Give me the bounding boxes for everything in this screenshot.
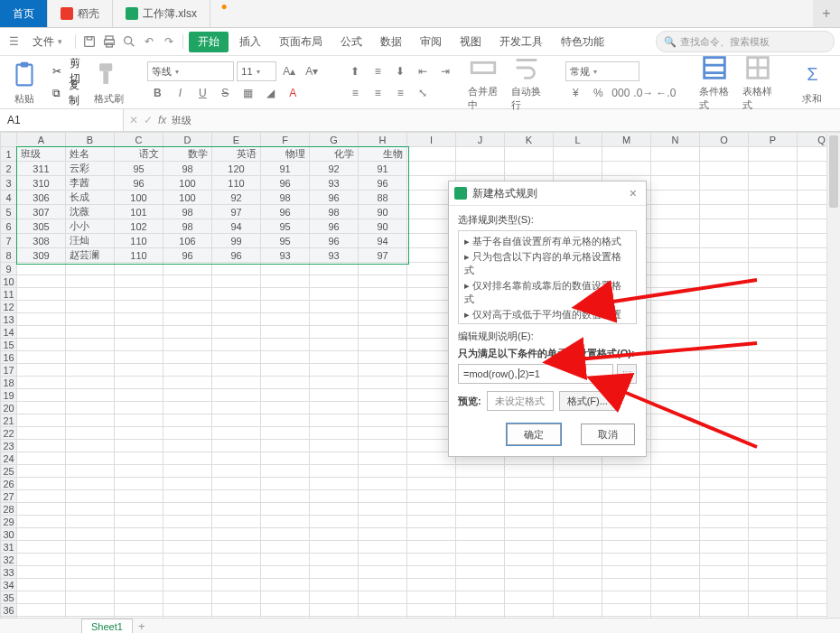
cell[interactable] xyxy=(310,339,359,351)
cell[interactable] xyxy=(212,313,261,326)
font-color-button[interactable]: A xyxy=(283,83,303,103)
cell[interactable]: 93 xyxy=(261,248,310,263)
cell[interactable] xyxy=(749,288,798,301)
cell[interactable] xyxy=(66,490,115,503)
cell[interactable] xyxy=(700,478,749,490)
cell[interactable] xyxy=(212,490,261,503)
cell[interactable] xyxy=(602,528,651,541)
cell[interactable] xyxy=(115,579,163,591)
cell[interactable] xyxy=(700,528,749,541)
cell[interactable] xyxy=(310,377,359,389)
cell[interactable] xyxy=(456,604,505,617)
cell[interactable] xyxy=(407,541,456,554)
format-button[interactable]: 格式(F)... xyxy=(559,391,616,411)
cell[interactable] xyxy=(651,147,700,162)
cell[interactable] xyxy=(115,566,163,579)
cell[interactable] xyxy=(212,516,261,528)
cell[interactable] xyxy=(359,503,407,516)
cell[interactable] xyxy=(310,554,359,566)
cell[interactable] xyxy=(115,351,163,364)
cell[interactable] xyxy=(359,604,407,617)
cell[interactable] xyxy=(17,490,66,503)
cell[interactable] xyxy=(212,414,261,427)
cell[interactable] xyxy=(554,503,602,516)
column-header[interactable]: A xyxy=(17,133,66,147)
indent-dec-button[interactable]: ⇤ xyxy=(413,61,433,81)
cell[interactable] xyxy=(212,554,261,566)
cell[interactable] xyxy=(359,263,407,275)
cell[interactable] xyxy=(359,402,407,414)
cell[interactable] xyxy=(602,147,651,162)
cell[interactable]: 96 xyxy=(310,191,359,205)
row-header[interactable]: 7 xyxy=(1,234,17,248)
cell[interactable] xyxy=(66,402,115,414)
row-header[interactable]: 3 xyxy=(1,176,17,191)
cell[interactable] xyxy=(700,402,749,414)
header-cell[interactable]: 数学 xyxy=(163,147,212,162)
cell[interactable] xyxy=(212,326,261,339)
cell[interactable] xyxy=(310,591,359,604)
command-search[interactable]: 🔍 查找命令、搜索模板 xyxy=(656,31,835,52)
cell[interactable] xyxy=(66,478,115,490)
row-header[interactable]: 28 xyxy=(1,503,17,516)
cell[interactable] xyxy=(212,288,261,301)
cell[interactable] xyxy=(554,147,602,162)
cell[interactable] xyxy=(115,516,163,528)
cell[interactable] xyxy=(17,604,66,617)
column-header[interactable]: K xyxy=(505,133,554,147)
cell[interactable] xyxy=(163,339,212,351)
cell[interactable] xyxy=(407,566,456,579)
cell[interactable] xyxy=(456,503,505,516)
cell[interactable] xyxy=(212,389,261,402)
cell[interactable] xyxy=(163,478,212,490)
cell[interactable] xyxy=(749,191,798,205)
column-header[interactable]: D xyxy=(163,133,212,147)
cell[interactable] xyxy=(163,591,212,604)
cell[interactable] xyxy=(115,389,163,402)
cell[interactable]: 赵芸澜 xyxy=(66,248,115,263)
cell[interactable] xyxy=(17,566,66,579)
cell[interactable] xyxy=(749,351,798,364)
cell[interactable] xyxy=(456,554,505,566)
cell[interactable] xyxy=(115,414,163,427)
cell[interactable]: 91 xyxy=(359,162,407,176)
menu-hamburger-icon[interactable]: ☰ xyxy=(5,33,22,50)
close-icon[interactable]: × xyxy=(626,186,640,200)
cell[interactable]: 98 xyxy=(163,162,212,176)
cell[interactable] xyxy=(505,478,554,490)
row-header[interactable]: 33 xyxy=(1,566,17,579)
cell[interactable] xyxy=(554,465,602,478)
cell[interactable] xyxy=(359,377,407,389)
row-header[interactable]: 14 xyxy=(1,326,17,339)
cell[interactable] xyxy=(700,219,749,234)
add-sheet-button[interactable]: + xyxy=(138,619,145,633)
tab-workbook[interactable]: 工作簿.xlsx xyxy=(113,0,210,27)
cell[interactable] xyxy=(66,339,115,351)
cell[interactable] xyxy=(66,579,115,591)
cell[interactable] xyxy=(17,440,66,452)
format-painter-button[interactable] xyxy=(93,60,124,90)
table-style-button[interactable] xyxy=(742,52,773,83)
cell[interactable] xyxy=(66,591,115,604)
cell[interactable]: 100 xyxy=(115,191,163,205)
cell[interactable] xyxy=(66,389,115,402)
cell[interactable] xyxy=(505,591,554,604)
font-shrink-button[interactable]: A▾ xyxy=(302,61,322,81)
cell[interactable] xyxy=(602,503,651,516)
cell[interactable] xyxy=(407,490,456,503)
column-header[interactable]: F xyxy=(261,133,310,147)
cell[interactable] xyxy=(66,516,115,528)
cell[interactable] xyxy=(115,402,163,414)
menu-pagelayout[interactable]: 页面布局 xyxy=(272,32,330,52)
row-header[interactable]: 21 xyxy=(1,414,17,427)
cell[interactable]: 311 xyxy=(17,162,66,176)
cell[interactable] xyxy=(310,313,359,326)
cell[interactable]: 99 xyxy=(212,234,261,248)
rule-type-item[interactable]: ▸ 仅对高于或低于平均值的数值设置格式 xyxy=(459,307,636,324)
cell[interactable] xyxy=(115,554,163,566)
cell[interactable] xyxy=(359,478,407,490)
cell[interactable]: 310 xyxy=(17,176,66,191)
cell[interactable] xyxy=(456,490,505,503)
align-right-button[interactable]: ≡ xyxy=(390,83,410,103)
cell[interactable] xyxy=(700,275,749,288)
